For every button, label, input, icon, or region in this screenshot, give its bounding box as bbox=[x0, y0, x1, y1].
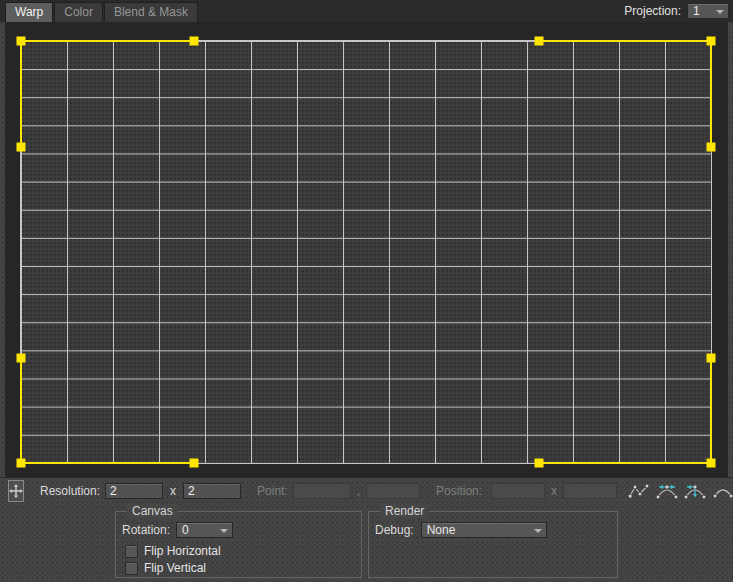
move-icon bbox=[9, 484, 23, 498]
warp-edge-segment bbox=[20, 358, 22, 464]
position-separator: x bbox=[551, 484, 557, 498]
chevron-down-icon bbox=[716, 10, 724, 14]
warp-tangent-handle[interactable] bbox=[189, 459, 198, 468]
arc-icon bbox=[712, 483, 733, 499]
warp-corner-handle[interactable] bbox=[707, 459, 716, 468]
projection-label: Projection: bbox=[624, 4, 681, 18]
resolution-y-input[interactable] bbox=[183, 483, 241, 499]
bezier-free-icon bbox=[683, 482, 707, 500]
warp-edge-segment bbox=[539, 462, 712, 464]
warp-tangent-handle[interactable] bbox=[534, 37, 543, 46]
rotation-label: Rotation: bbox=[122, 523, 170, 537]
warp-corner-handle[interactable] bbox=[17, 459, 26, 468]
warp-edge-segment bbox=[20, 41, 22, 147]
bezier-horizontal-icon bbox=[655, 482, 679, 500]
tab-bar: WarpColorBlend & Mask bbox=[0, 0, 733, 22]
tab-color[interactable]: Color bbox=[54, 2, 103, 22]
warp-toolbar: Resolution: x Point: , Position: x bbox=[0, 477, 733, 504]
projection-control: Projection: 1 bbox=[624, 2, 729, 20]
chevron-down-icon bbox=[220, 529, 228, 533]
move-button[interactable] bbox=[8, 480, 24, 502]
point-x-input[interactable] bbox=[293, 483, 351, 499]
projection-value: 1 bbox=[693, 4, 700, 18]
flip-vertical-label: Flip Vertical bbox=[144, 561, 206, 575]
resolution-label: Resolution: bbox=[40, 484, 100, 498]
warp-edge-segment bbox=[21, 462, 194, 464]
warp-edge-segment bbox=[21, 40, 194, 42]
projection-dropdown[interactable]: 1 bbox=[687, 3, 729, 19]
position-y-input[interactable] bbox=[563, 483, 617, 499]
warp-tangent-handle[interactable] bbox=[707, 142, 716, 151]
tab-warp[interactable]: Warp bbox=[5, 2, 53, 22]
warp-edge-segment bbox=[710, 41, 712, 147]
warp-edge-segment bbox=[539, 40, 712, 42]
position-x-input[interactable] bbox=[491, 483, 545, 499]
warp-tangent-handle[interactable] bbox=[17, 353, 26, 362]
linear-points-icon bbox=[628, 483, 650, 499]
linear-points-mode-button[interactable] bbox=[626, 480, 652, 502]
flip-horizontal-label: Flip Horizontal bbox=[144, 544, 221, 558]
arc-mode-button[interactable] bbox=[710, 480, 733, 502]
point-separator: , bbox=[357, 484, 360, 498]
flip-vertical-checkbox[interactable] bbox=[125, 562, 138, 575]
warp-tangent-handle[interactable] bbox=[189, 37, 198, 46]
point-y-input[interactable] bbox=[366, 483, 420, 499]
warp-tangent-handle[interactable] bbox=[707, 353, 716, 362]
rotation-dropdown[interactable]: 0 bbox=[176, 522, 233, 538]
debug-label: Debug: bbox=[375, 523, 414, 537]
bezier-horizontal-mode-button[interactable] bbox=[654, 480, 680, 502]
position-label: Position: bbox=[436, 484, 482, 498]
bezier-free-mode-button[interactable] bbox=[682, 480, 708, 502]
debug-value: None bbox=[427, 523, 456, 537]
warp-grid[interactable] bbox=[20, 40, 712, 464]
warp-editor-window: WarpColorBlend & Mask Projection: 1 bbox=[0, 0, 733, 582]
warp-tangent-handle[interactable] bbox=[534, 459, 543, 468]
warp-corner-handle[interactable] bbox=[17, 37, 26, 46]
canvas-group-legend: Canvas bbox=[127, 504, 178, 518]
render-groupbox: Render Debug: None bbox=[368, 511, 618, 578]
debug-dropdown[interactable]: None bbox=[421, 522, 547, 538]
chevron-down-icon bbox=[534, 529, 542, 533]
resolution-x-input[interactable] bbox=[105, 483, 163, 499]
warp-corner-handle[interactable] bbox=[707, 37, 716, 46]
warp-canvas[interactable] bbox=[5, 22, 728, 477]
canvas-groupbox: Canvas Rotation: 0 Flip Horizontal Flip … bbox=[115, 511, 362, 578]
warp-edge-segment bbox=[710, 358, 712, 464]
tab-blend-mask[interactable]: Blend & Mask bbox=[104, 2, 198, 22]
point-label: Point: bbox=[257, 484, 288, 498]
warp-tangent-handle[interactable] bbox=[17, 142, 26, 151]
render-group-legend: Render bbox=[380, 504, 429, 518]
rotation-value: 0 bbox=[182, 523, 189, 537]
flip-horizontal-checkbox[interactable] bbox=[125, 545, 138, 558]
resolution-separator: x bbox=[170, 484, 176, 498]
